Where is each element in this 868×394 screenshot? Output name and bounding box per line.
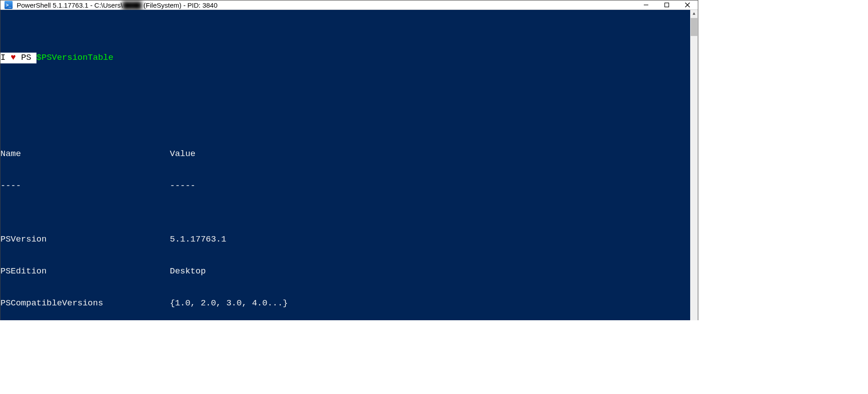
window-title: PowerShell 5.1.17763.1 - C:\Users\████ (… xyxy=(17,1,636,9)
prompt-badge: I ♥ PS xyxy=(0,53,36,63)
close-button[interactable] xyxy=(677,0,698,9)
scrollbar-thumb[interactable] xyxy=(691,18,697,36)
command-1: $PSVersionTable xyxy=(36,53,113,63)
header-name: Name xyxy=(0,149,170,160)
title-suffix: (FileSystem) - PID: 3840 xyxy=(142,1,217,9)
divider-name: ---- xyxy=(0,181,170,192)
table-row: PSEditionDesktop xyxy=(0,266,690,277)
row-value: {1.0, 2.0, 3.0, 4.0...} xyxy=(170,298,288,309)
header-value: Value xyxy=(170,149,195,160)
table-header: NameValue xyxy=(0,149,690,160)
divider-value: ----- xyxy=(170,181,195,192)
table-divider: --------- xyxy=(0,181,690,192)
titlebar[interactable]: >_ PowerShell 5.1.17763.1 - C:\Users\███… xyxy=(0,0,698,10)
title-prefix: PowerShell 5.1.17763.1 - C:\Users\ xyxy=(17,1,122,9)
table-row: PSCompatibleVersions{1.0, 2.0, 3.0, 4.0.… xyxy=(0,298,690,309)
terminal-content[interactable]: I ♥ PS $PSVersionTable NameValue -------… xyxy=(0,10,690,320)
prompt-line-1: I ♥ PS $PSVersionTable xyxy=(0,53,690,63)
powershell-icon: >_ xyxy=(4,0,13,9)
scroll-up-arrow-icon[interactable]: ▲ xyxy=(690,10,698,18)
row-value: Desktop xyxy=(170,266,206,277)
heart-icon: ♥ xyxy=(11,53,16,63)
minimize-button[interactable] xyxy=(636,0,656,9)
window-frame: >_ PowerShell 5.1.17763.1 - C:\Users\███… xyxy=(0,0,698,320)
window-controls xyxy=(636,0,698,9)
svg-rect-1 xyxy=(665,3,669,7)
vertical-scrollbar[interactable]: ▲ ▼ xyxy=(690,10,698,320)
row-name: PSCompatibleVersions xyxy=(0,298,170,309)
table-row: PSVersion5.1.17763.1 xyxy=(0,234,690,245)
row-value: 5.1.17763.1 xyxy=(170,234,226,245)
terminal-area[interactable]: I ♥ PS $PSVersionTable NameValue -------… xyxy=(0,10,698,320)
prompt-i: I xyxy=(0,53,5,63)
maximize-button[interactable] xyxy=(656,0,677,9)
title-username-redacted: ████ xyxy=(122,1,142,9)
prompt-ps: PS xyxy=(21,53,32,63)
row-name: PSVersion xyxy=(0,234,170,245)
blank-line xyxy=(0,95,690,106)
row-name: PSEdition xyxy=(0,266,170,277)
